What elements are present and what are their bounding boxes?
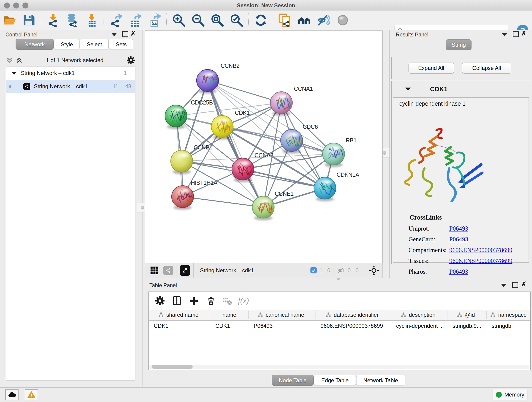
network-collection-row[interactable]: String Network – cdk1 1 [6,66,135,80]
crosslink-link[interactable]: 9606.ENSP00000378699 [449,257,512,264]
edge-CCNA2-CDKN1A[interactable] [243,169,325,188]
crosslink-link[interactable]: P06493 [449,268,468,275]
table-cell[interactable]: CDK1 [149,323,210,329]
collection-expand-icon[interactable] [12,72,17,75]
delete-column-icon[interactable] [206,296,216,306]
section-expand-icon[interactable] [405,88,411,91]
zoom-fit-icon[interactable] [210,13,224,27]
column-scope-icon [457,312,462,318]
open-session-icon[interactable] [3,13,17,27]
collapse-all-button[interactable]: Collapse All [462,63,511,74]
float-panel-icon[interactable] [512,282,518,288]
grid-view-icon[interactable] [150,266,159,275]
network-row-label: String Network – cdk1 [34,83,88,89]
table-cell[interactable]: 9606.ENSP00000378699 [316,323,391,329]
fit-selected-crosshair-icon[interactable] [369,265,379,276]
tab-node-table[interactable]: Node Table [272,375,314,386]
selected-checkbox[interactable] [310,267,317,274]
table-options-gear-icon[interactable] [155,295,165,306]
delete-table-icon [222,296,232,306]
tab-style[interactable]: Style [54,39,80,50]
column-header-database-identifier[interactable]: database identifier [316,311,391,319]
close-panel-icon[interactable]: ✗ [131,31,136,36]
float-panel-icon[interactable] [122,31,128,37]
column-header--id[interactable]: @id [447,311,487,319]
crosslink-link[interactable]: 9606.ENSP00000378699 [449,247,512,254]
export-table-icon[interactable] [128,13,142,27]
table-cell[interactable]: stringdb:9... [447,323,487,329]
zoom-in-icon[interactable] [172,13,186,27]
apply-layout-icon[interactable] [254,13,268,27]
column-header-name[interactable]: name [210,311,249,319]
expand-all-button[interactable]: Expand All [409,63,454,74]
tab-select[interactable]: Select [80,39,109,50]
clone-network-icon[interactable] [278,13,292,27]
memory-button[interactable]: Memory [493,389,527,400]
scrollbar-thumb[interactable] [152,365,193,369]
table-row[interactable]: CDK1CDK1P064939606.ENSP00000378699cyclin… [149,321,530,331]
expand-all-icon[interactable] [15,56,23,64]
zoom-selected-icon[interactable] [230,13,243,27]
column-header-description[interactable]: description [391,311,447,319]
show-columns-icon[interactable] [172,295,182,306]
node-CDKN1A[interactable] [314,177,340,201]
column-header-shared-name[interactable]: shared name [149,311,210,319]
import-table-icon[interactable] [85,13,99,27]
control-panel: Control Panel ✗ NetworkStyleSelectSets 1… [0,30,143,386]
column-header-canonical-name[interactable]: canonical name [249,311,316,319]
add-column-icon[interactable] [189,295,199,306]
save-session-icon[interactable] [22,13,36,27]
tab-sets[interactable]: Sets [109,39,133,50]
collapse-panel-icon[interactable] [501,284,506,287]
network-canvas[interactable]: CCNB2CCNA1CDC25BCDK1CDC6RB1CCNB1CCNA2CDK… [145,31,383,263]
node-label-CCNA2: CCNA2 [254,152,273,158]
close-panel-icon[interactable]: ✗ [521,31,526,36]
network-row[interactable]: String Network – cdk1 11 48 [6,80,135,93]
node-HIST1H1A[interactable] [172,186,194,210]
node-label-RB1: RB1 [346,137,356,143]
tab-network[interactable]: Network [16,39,54,50]
node-CCNE1[interactable] [252,196,274,220]
tab-edge-table[interactable]: Edge Table [314,375,356,386]
protein-section-header[interactable]: CDK1 [392,81,530,97]
table-horizontal-scrollbar[interactable] [149,365,530,369]
float-panel-icon[interactable] [513,31,519,37]
first-neighbors-icon[interactable] [298,13,311,27]
crosslinks-list: Uniprot:P06493GeneCard:P06493Compartment… [393,223,529,277]
network-options-gear-icon[interactable] [126,56,135,65]
crosslink-link[interactable]: P06493 [449,225,468,232]
column-header-namespace[interactable]: namespace [487,311,532,319]
string-view-icon[interactable] [163,266,173,275]
close-panel-icon[interactable]: ✗ [521,282,526,287]
collapse-panel-icon[interactable] [111,33,117,36]
import-network-file-icon[interactable] [46,13,60,27]
show-all-icon[interactable] [336,13,350,27]
edge-CCNE1-HIST1H1A[interactable] [183,197,263,207]
tab-network-table[interactable]: Network Table [356,375,405,386]
hidden-eye-icon[interactable] [337,266,345,274]
node-CDC6[interactable] [281,129,303,153]
table-cell[interactable]: cyclin-dependent ... [391,323,447,329]
crosslink-label: Pharos: [409,268,449,275]
collapse-panel-icon[interactable] [502,33,507,36]
node-RB1[interactable] [323,143,346,167]
table-cell[interactable]: P06493 [249,323,316,329]
tab-string[interactable]: String [446,39,472,50]
birds-eye-view-icon[interactable] [180,265,190,276]
export-image-icon[interactable] [147,13,161,27]
node-CCNB1[interactable] [171,150,193,174]
hide-selected-icon[interactable] [317,13,330,27]
crosslink-link[interactable]: P06493 [449,236,468,243]
node-CCNB2[interactable] [196,70,220,94]
zoom-out-icon[interactable] [191,13,205,27]
collapse-all-icon[interactable] [6,56,13,64]
warning-button[interactable] [25,389,38,400]
crosslink-row: Compartments:9606.ENSP00000378699 [393,245,529,255]
table-cell[interactable]: stringdb [487,323,532,329]
import-network-database-icon[interactable] [65,13,79,27]
edge-CCNB2-CCNE1[interactable] [208,80,263,207]
table-cell[interactable]: CDK1 [210,323,249,329]
cloud-button[interactable] [5,389,19,400]
edge-CCNB2-CCNA1[interactable] [208,80,281,103]
export-network-icon[interactable] [109,13,123,27]
